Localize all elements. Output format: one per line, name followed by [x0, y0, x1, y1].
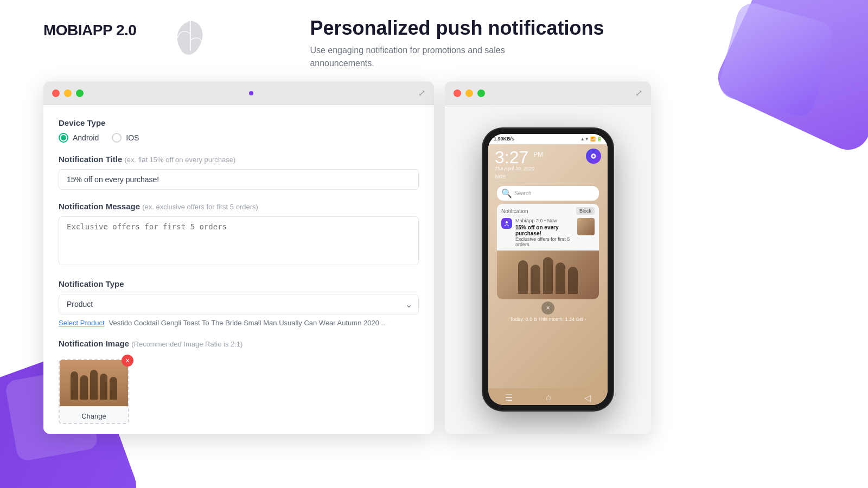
phone-nav-back-icon[interactable]: ◁ [584, 393, 591, 403]
title-bar-center [249, 91, 253, 95]
notif-girl-2 [531, 265, 540, 294]
notification-message-textarea[interactable] [59, 216, 419, 265]
notification-body: MobiApp 2.0 • Now 15% off on every purch… [497, 216, 599, 251]
phone-search-text: Search [514, 190, 532, 196]
phone-time-area: 3:27 PM Thu April 30, 2020 airtel [488, 144, 608, 388]
notification-message-hint: (ex. exclusive offers for first 5 orders… [142, 203, 258, 211]
phone-close-notification-btn[interactable]: × [541, 301, 554, 314]
notification-image-preview [497, 251, 599, 299]
phone-nav-home-icon[interactable]: ⌂ [546, 393, 551, 403]
notification-type-select[interactable]: Product Category Custom URL [59, 294, 419, 314]
bg-shape-1 [711, 0, 868, 157]
notification-title-preview: 15% off on every purchase! [515, 224, 574, 236]
change-label[interactable]: Change [60, 406, 128, 424]
close-button[interactable] [52, 89, 60, 97]
notification-text-content: MobiApp 2.0 • Now 15% off on every purch… [515, 218, 574, 247]
ios-label: IOS [126, 133, 139, 142]
notification-title-section: Notification Title (ex. flat 15% off on … [59, 155, 419, 190]
girl-5 [110, 377, 117, 400]
girl-1 [71, 371, 78, 400]
notification-image-girls [518, 256, 578, 294]
notif-girl-1 [518, 260, 528, 294]
form-panel: ⤢ Device Type Android IOS [43, 81, 434, 434]
app-logo: MOBIAPP 2.0 [43, 22, 136, 39]
notification-message-section: Notification Message (ex. exclusive offe… [59, 202, 419, 267]
bg-shape-2 [716, 0, 835, 119]
block-button[interactable]: Block [576, 207, 595, 215]
phone-nav-menu-icon[interactable]: ☰ [505, 393, 513, 403]
notif-girl-4 [556, 262, 565, 294]
notification-label: Notification [501, 208, 528, 214]
phone-search-icon: 🔍 [501, 188, 512, 198]
girls-figure [71, 367, 117, 400]
girl-4 [100, 374, 107, 400]
page-title: Personalized push notifications [310, 16, 604, 40]
ios-radio-option[interactable]: IOS [112, 133, 139, 143]
phone-time-display: 3:27 PM [495, 149, 543, 166]
notification-title-hint: (ex. flat 15% off on every purchase) [124, 156, 235, 164]
phone-data-usage: Today: 0.0 B This month: 1.24 GB › [495, 317, 601, 322]
form-title-bar: ⤢ [43, 81, 434, 105]
device-type-radio-group: Android IOS [59, 133, 419, 143]
phone-app-icon-top [586, 149, 601, 164]
notification-thumbnail [577, 218, 595, 235]
preview-minimize-button[interactable] [465, 89, 473, 97]
header: MOBIAPP 2.0 Personalized push notificati… [43, 16, 604, 70]
phone-search-bar[interactable]: 🔍 Search [497, 186, 599, 201]
preview-close-button[interactable] [454, 89, 461, 97]
phone-status-right: ▲▼ 📶 🔋 [580, 137, 602, 142]
window-controls-right [454, 89, 485, 97]
image-preview [60, 360, 128, 406]
phone-time-block: 3:27 PM Thu April 30, 2020 [495, 149, 543, 174]
notification-message-preview: Exclusive offers for first 5 orders [515, 236, 574, 247]
notification-title-input[interactable] [59, 169, 419, 190]
phone-time-row: 3:27 PM Thu April 30, 2020 [495, 149, 601, 174]
notification-type-section: Notification Type Product Category Custo… [59, 279, 419, 327]
expand-icon[interactable]: ⤢ [418, 88, 425, 98]
notification-image-hint: (Recommended Image Ratio is 2:1) [131, 340, 242, 348]
image-upload-box[interactable]: Change [59, 359, 129, 424]
android-label: Android [73, 133, 99, 142]
phone-screen: 1.90KB/s ▲▼ 📶 🔋 3:27 PM T [488, 134, 608, 405]
notif-girl-5 [568, 267, 578, 294]
product-link-row: Select Product Vestido Cocktail Gengli T… [59, 319, 419, 327]
phone-status-bar: 1.90KB/s ▲▼ 📶 🔋 [488, 134, 608, 144]
notification-image-section: Notification Image (Recommended Image Ra… [59, 339, 419, 426]
select-product-link[interactable]: Select Product [59, 319, 105, 327]
notification-title-label: Notification Title (ex. flat 15% off on … [59, 155, 419, 164]
preview-expand-icon[interactable]: ⤢ [635, 88, 642, 98]
phone-carrier: airtel [495, 174, 601, 179]
preview-panel: ⤢ 1.90KB/s ▲▼ 📶 🔋 [445, 81, 651, 434]
device-type-section: Device Type Android IOS [59, 118, 419, 143]
notification-image-label: Notification Image (Recommended Image Ra… [59, 339, 419, 348]
page-subtitle: Use engaging notification for promotions… [310, 44, 538, 70]
phone-status-left: 1.90KB/s [494, 136, 514, 142]
remove-image-button[interactable]: × [122, 355, 133, 367]
preview-title-bar: ⤢ [445, 81, 651, 105]
phone-date: Thu April 30, 2020 [495, 166, 543, 171]
notif-girl-3 [543, 257, 553, 294]
girl-3 [90, 370, 98, 400]
girl-2 [80, 375, 88, 400]
image-upload-area: Change × [59, 359, 129, 424]
main-content: ⤢ Device Type Android IOS [43, 81, 651, 434]
window-controls-left [52, 89, 84, 97]
minimize-button[interactable] [64, 89, 72, 97]
phone-nav-bar: ☰ ⌂ ◁ [488, 388, 608, 405]
form-body: Device Type Android IOS Notification Tit… [43, 105, 434, 434]
android-radio-option[interactable]: Android [59, 133, 99, 143]
preview-maximize-button[interactable] [477, 89, 485, 97]
ios-radio-circle [112, 133, 122, 143]
image-preview-girls [60, 360, 128, 406]
phone-notification-card: Notification Block MobiApp 2.0 • Now 15%… [497, 204, 599, 299]
phone-container: 1.90KB/s ▲▼ 📶 🔋 3:27 PM T [445, 105, 651, 434]
notification-message-label: Notification Message (ex. exclusive offe… [59, 202, 419, 211]
bg-decoration-top-right [651, 0, 868, 163]
leaf-decoration [169, 16, 212, 60]
header-text-block: Personalized push notifications Use enga… [310, 16, 604, 70]
notification-type-label: Notification Type [59, 279, 419, 288]
phone-mockup: 1.90KB/s ▲▼ 📶 🔋 3:27 PM T [483, 129, 613, 410]
notification-type-select-wrapper: Product Category Custom URL ⌄ [59, 294, 419, 314]
maximize-button[interactable] [76, 89, 84, 97]
android-radio-circle [59, 133, 68, 143]
